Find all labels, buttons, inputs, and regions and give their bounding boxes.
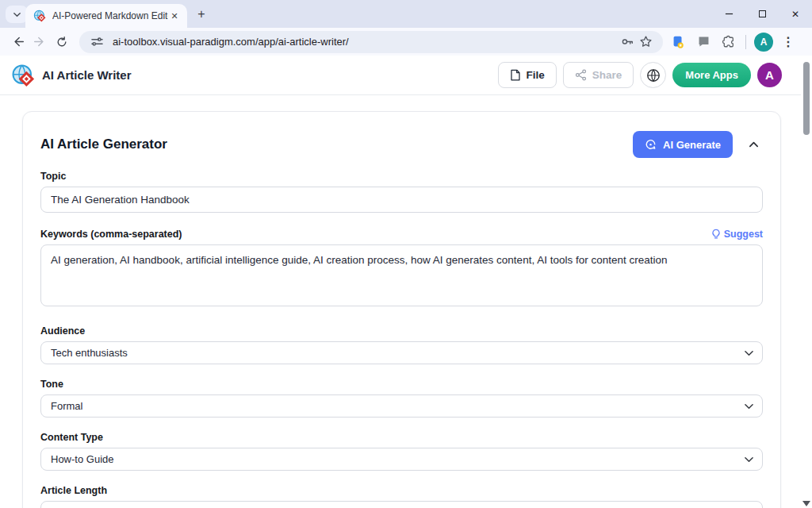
topic-input[interactable] xyxy=(40,187,763,213)
content-type-label: Content Type xyxy=(40,432,763,443)
reload-icon xyxy=(56,36,68,48)
file-icon xyxy=(510,69,521,81)
keywords-label: Keywords (comma-separated) xyxy=(40,229,182,240)
site-settings-icon[interactable] xyxy=(87,33,106,52)
tone-label: Tone xyxy=(40,379,763,390)
article-length-label: Article Length xyxy=(40,485,763,496)
content-type-value: How-to Guide xyxy=(51,453,113,465)
password-key-icon[interactable] xyxy=(617,33,636,52)
ai-article-generator-card: AI Article Generator AI Generate Topic K… xyxy=(22,111,781,508)
browser-toolbar: ai-toolbox.visual-paradigm.com/app/ai-ar… xyxy=(0,28,812,56)
ai-generate-icon xyxy=(645,139,657,151)
tab-title: AI-Powered Markdown Editor xyxy=(52,10,168,21)
keywords-field-group: Keywords (comma-separated) Suggest AI ge… xyxy=(40,229,763,310)
globe-icon xyxy=(646,68,661,83)
tone-field-group: Tone Formal xyxy=(40,379,763,418)
share-button[interactable]: Share xyxy=(563,62,634,88)
audience-value: Tech enthusiasts xyxy=(51,347,128,359)
share-button-label: Share xyxy=(592,69,622,81)
chat-bubble-icon[interactable] xyxy=(693,32,714,52)
collapse-panel-button[interactable] xyxy=(744,135,763,154)
ai-generate-label: AI Generate xyxy=(663,139,721,151)
browser-window: AI-Powered Markdown Editor ✕ + ✕ ai-tool… xyxy=(0,0,812,508)
extensions-puzzle-icon[interactable] xyxy=(718,32,739,52)
topic-label: Topic xyxy=(40,171,763,182)
more-apps-button[interactable]: More Apps xyxy=(672,63,751,87)
minimize-button[interactable] xyxy=(712,0,745,28)
back-icon xyxy=(11,35,25,48)
bookmark-star-icon[interactable] xyxy=(636,33,655,52)
scrollbar-thumb[interactable] xyxy=(803,62,810,135)
suggest-link[interactable]: Suggest xyxy=(711,229,763,240)
minimize-icon xyxy=(725,10,733,18)
page-title: AI Article Writer xyxy=(42,68,132,82)
address-bar[interactable]: ai-toolbox.visual-paradigm.com/app/ai-ar… xyxy=(79,31,663,53)
share-icon xyxy=(575,69,587,81)
audience-label: Audience xyxy=(40,325,763,337)
chrome-profile-avatar[interactable]: A xyxy=(754,33,773,52)
keywords-textarea[interactable]: AI generation, AI handbook, artificial i… xyxy=(40,244,763,306)
back-button[interactable] xyxy=(6,31,29,53)
content-type-select[interactable]: How-to Guide xyxy=(40,448,763,471)
app-header-actions: File Share More Apps A xyxy=(498,62,783,88)
scrollbar-down-arrow-icon[interactable] xyxy=(802,501,810,506)
toolbar-divider xyxy=(745,35,746,49)
browser-menu-icon[interactable]: ⋮ xyxy=(778,32,799,52)
page-scrollbar[interactable] xyxy=(801,56,812,508)
audience-field-group: Audience Tech enthusiasts xyxy=(40,325,763,364)
url-text[interactable]: ai-toolbox.visual-paradigm.com/app/ai-ar… xyxy=(113,36,617,48)
maximize-icon xyxy=(759,10,766,17)
audience-select[interactable]: Tech enthusiasts xyxy=(40,341,763,364)
tab-strip: AI-Powered Markdown Editor ✕ + ✕ xyxy=(0,0,812,28)
tone-value: Formal xyxy=(51,400,82,412)
content-type-field-group: Content Type How-to Guide xyxy=(40,432,763,471)
card-header: AI Article Generator AI Generate xyxy=(40,131,763,158)
reload-button[interactable] xyxy=(51,31,73,53)
chevron-down-icon xyxy=(745,456,753,463)
browser-tab[interactable]: AI-Powered Markdown Editor ✕ xyxy=(25,4,187,28)
file-button-label: File xyxy=(527,69,545,81)
chevron-down-icon xyxy=(13,10,21,19)
tone-select[interactable]: Formal xyxy=(40,394,763,418)
forward-button[interactable] xyxy=(29,31,51,53)
topic-field-group: Topic xyxy=(40,171,763,213)
user-avatar[interactable]: A xyxy=(757,63,782,87)
chevron-down-icon xyxy=(745,350,753,356)
tab-close-icon[interactable]: ✕ xyxy=(168,10,181,22)
window-controls: ✕ xyxy=(712,0,812,28)
chevron-down-icon xyxy=(745,403,753,410)
app-header: AI Article Writer File Share More Apps A xyxy=(0,56,812,95)
lightbulb-icon xyxy=(711,229,721,240)
article-length-select[interactable] xyxy=(40,501,763,508)
language-globe-button[interactable] xyxy=(640,62,666,88)
drive-extension-icon[interactable] xyxy=(668,32,688,52)
tab-search-button[interactable] xyxy=(6,6,28,23)
file-button[interactable]: File xyxy=(498,62,557,88)
chevron-up-icon xyxy=(749,140,759,150)
maximize-button[interactable] xyxy=(745,0,779,28)
suggest-label: Suggest xyxy=(724,229,763,240)
ai-generate-button[interactable]: AI Generate xyxy=(633,131,733,158)
new-tab-button[interactable]: + xyxy=(193,6,209,22)
visual-paradigm-favicon xyxy=(33,10,46,22)
card-title: AI Article Generator xyxy=(40,137,167,152)
forward-icon xyxy=(33,35,47,48)
visual-paradigm-logo xyxy=(11,64,35,87)
article-length-field-group: Article Length xyxy=(40,485,763,508)
close-window-button[interactable]: ✕ xyxy=(779,0,812,28)
